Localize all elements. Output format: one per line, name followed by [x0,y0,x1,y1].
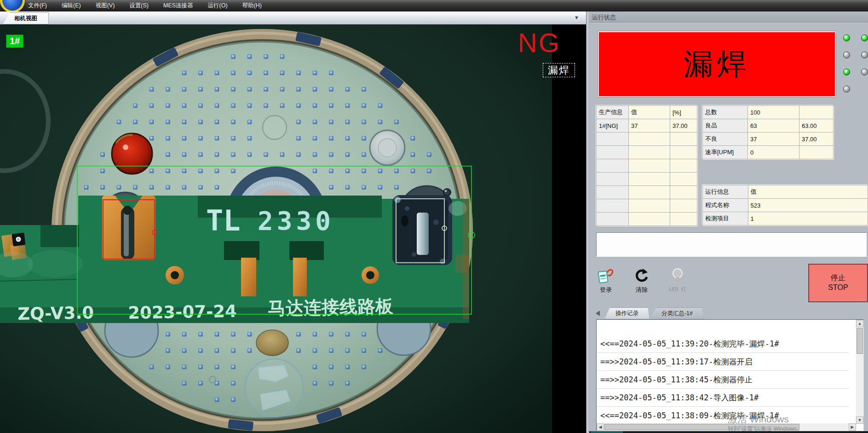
scroll-right-icon[interactable]: ▶ [849,423,856,431]
table-cell: 37.00 [670,119,697,133]
stats-table: 总数100良品6363.00不良3737.00速率[UPM]0 [702,105,834,159]
table-row: 1#[NG]3737.00 [597,119,697,133]
table-cell: 总数 [703,106,748,119]
table-cell [629,146,670,159]
table-cell [799,146,834,159]
menu-item-6[interactable]: 帮助(H) [238,0,266,11]
table-cell: 1 [748,212,868,225]
table-cell: 检测项目 [703,212,748,225]
table-cell: 良品 [703,119,748,133]
table-cell: 生产信息 [597,106,629,119]
view-tab-bar: 相机视图 ▼ [0,12,586,25]
inspection-image: TL 2330 ZQ-V3.0 2023-07-24 马达连接线路板 [0,24,586,433]
table-row: 运行信息值 [703,185,868,199]
left-solder-pad [102,196,155,260]
table-row: 程式名称523 [703,199,868,212]
camera-viewport[interactable]: TL 2330 ZQ-V3.0 2023-07-24 马达连接线路板 [0,24,586,433]
lightbulb-icon [669,267,686,284]
table-cell: 不良 [703,133,748,146]
table-cell [629,159,670,173]
alarm-text: 漏焊 [684,44,750,84]
v-scroll-thumb[interactable] [857,328,863,354]
red-component [112,133,152,174]
menu-items: 文件(F)编辑(E)视图(V)设置(S)MES连接器运行(O)帮助(H) [24,0,266,12]
tab-operation-log[interactable]: 操作记录 [604,307,650,319]
table-cell: 523 [748,199,868,212]
table-row [597,173,697,186]
table-cell: 速率[UPM] [703,146,748,159]
defect-name-tag: 漏焊 [543,63,575,77]
log-entry: ==>>2024-05-05_11:38:42-导入图像-1# [597,389,849,407]
bottom-edge [589,431,868,433]
table-cell [670,213,697,226]
svg-text:2023-07-24: 2023-07-24 [128,301,237,323]
log-tab-strip: 操作记录 分类汇总-1# [589,307,868,319]
led-indicator-on [861,35,868,41]
led-indicator-off [861,52,868,58]
table-cell [670,173,697,186]
scroll-down-icon[interactable]: ▼ [856,416,863,424]
table-row: 不良3737.00 [703,133,834,146]
menu-item-3[interactable]: 设置(S) [125,0,153,11]
table-row [597,146,697,159]
table-cell: 运行信息 [703,185,748,199]
log-entry: ==>>2024-05-05_11:39:17-检测器开启 [597,353,849,371]
log-entry: <<==2024-05-05_11:39:20-检测完毕-漏焊-1# [597,335,849,353]
table-cell: 37 [748,133,799,146]
table-cell [597,159,629,173]
table-cell: 程式名称 [703,199,748,212]
tab-scroll-left-icon[interactable] [596,311,600,316]
table-cell: 0 [748,146,799,159]
menu-item-4[interactable]: MES连接器 [159,0,197,11]
led-light-button[interactable]: LED 灯 [663,267,692,295]
table-cell [670,146,697,159]
table-cell: 37.00 [799,133,834,146]
tab-camera-view[interactable]: 相机视图 [3,12,49,24]
table-row: 良品6363.00 [703,119,834,133]
windows-activation-watermark: 激活 Windows [728,413,789,426]
table-cell [597,199,629,213]
run-info-table: 运行信息值程式名称523检测项目1 [702,185,868,225]
pcb-model-marking: TL 2330 [206,204,334,237]
scroll-left-icon[interactable]: ◀ [597,423,604,431]
table-cell [597,133,629,146]
table-row: 总数100 [703,106,834,119]
table-cell [597,213,629,226]
clear-button[interactable]: 清除 [629,267,655,295]
table-cell [629,199,670,213]
copper-pad-bar [293,258,307,296]
copper-pad-bar [241,258,256,296]
log-rows: <<==2024-05-05_11:39:20-检测完毕-漏焊-1#==>>20… [597,335,849,425]
table-cell: 1#[NG] [597,119,629,133]
table-cell [629,213,670,226]
table-cell [629,173,670,186]
led-indicator-off [843,86,850,92]
led-indicator-on [843,69,850,75]
login-button[interactable]: 登录 [593,267,619,295]
svg-text:2330: 2330 [258,206,334,236]
message-input[interactable] [596,232,867,257]
menu-item-5[interactable]: 运行(O) [204,0,232,11]
chevron-down-icon[interactable]: ▼ [574,15,579,20]
table-cell: 37 [629,119,670,133]
v-scrollbar[interactable]: ▲ ▼ [856,320,863,424]
led-indicator-off [843,52,850,58]
menu-item-0[interactable]: 文件(F) [24,0,51,11]
menu-item-1[interactable]: 编辑(E) [57,0,85,11]
table-cell: 63 [748,119,799,133]
log-entry: <<==2024-05-05_11:38:09-检测完毕-漏焊-1# [597,407,849,425]
stop-button[interactable]: 停止 STOP [809,264,868,302]
menu-item-2[interactable]: 视图(V) [92,0,119,11]
bottom-edge-accent [591,431,623,433]
production-table: 生产信息值[%]1#[NG]3737.00 [596,105,697,226]
h-scrollbar[interactable]: ◀ ▶ [597,423,856,431]
result-ng-label: NG [518,29,561,56]
table-cell: 63.00 [799,119,834,133]
panel-title: 运行状态 [589,12,868,23]
panel-splitter[interactable] [586,12,589,433]
tab-summary[interactable]: 分类汇总-1# [650,307,704,319]
alarm-display: 漏焊 [598,31,836,97]
scroll-up-icon[interactable]: ▲ [856,320,863,327]
menu-bar: 文件(F)编辑(E)视图(V)设置(S)MES连接器运行(O)帮助(H) [0,0,868,12]
station-badge: 1# [6,35,23,48]
